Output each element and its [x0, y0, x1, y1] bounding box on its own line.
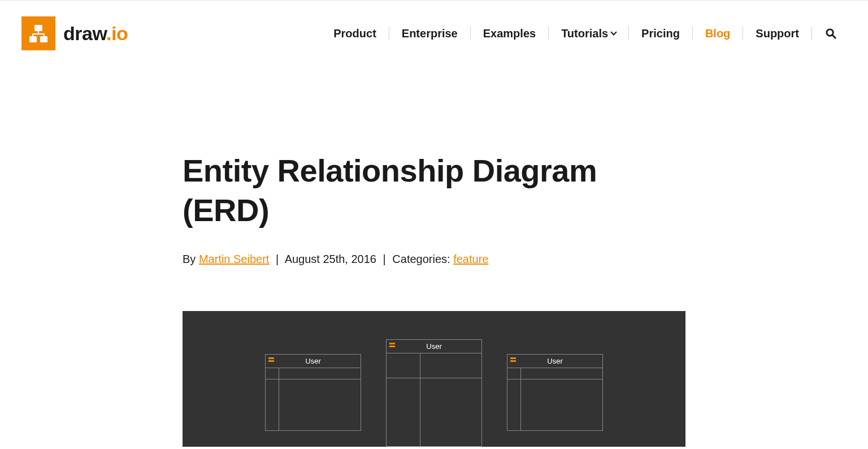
logo-text: draw.io [63, 23, 128, 45]
erd-cell [507, 368, 520, 379]
nav-label: Examples [483, 28, 536, 39]
erd-cell [521, 379, 602, 430]
table-icon [510, 357, 516, 362]
erd-entity-body [507, 368, 602, 430]
svg-rect-1 [29, 36, 37, 42]
erd-col [279, 368, 361, 430]
erd-entity-label: User [305, 357, 320, 365]
erd-col [387, 353, 420, 446]
erd-cell [507, 379, 520, 430]
erd-col [420, 353, 481, 446]
post-content: Entity Relationship Diagram (ERD) By Mar… [183, 66, 685, 447]
logo-icon [21, 16, 55, 50]
nav-pricing[interactable]: Pricing [629, 27, 693, 40]
svg-rect-2 [40, 36, 47, 42]
erd-cell [279, 379, 361, 430]
erd-entity-title: User [387, 340, 481, 353]
logo-text-suffix: .io [106, 23, 128, 44]
meta-separator: | [380, 253, 389, 265]
erd-entity: User [507, 354, 603, 431]
erd-cell [387, 353, 420, 378]
meta-by-prefix: By [183, 253, 199, 265]
table-icon [268, 357, 274, 362]
nav-label: Tutorials [561, 28, 608, 39]
chevron-down-icon [610, 29, 617, 35]
erd-cell [521, 368, 602, 379]
svg-rect-0 [34, 25, 42, 31]
main-nav: Product Enterprise Examples Tutorials Pr… [321, 27, 847, 40]
svg-point-3 [827, 29, 833, 35]
logo-text-name: draw [63, 23, 106, 44]
erd-cell [387, 378, 420, 446]
categories-label: Categories: [392, 253, 453, 265]
erd-entity-label: User [426, 342, 441, 351]
erd-entity: User [265, 354, 361, 431]
erd-cell [266, 379, 279, 430]
nav-label: Blog [705, 28, 730, 39]
nav-blog[interactable]: Blog [693, 27, 743, 40]
nav-label: Pricing [641, 28, 680, 39]
table-icon [389, 343, 395, 347]
erd-cell [420, 353, 481, 378]
post-date: August 25th, 2016 [285, 253, 376, 265]
search-icon [826, 28, 836, 39]
nav-label: Enterprise [402, 28, 458, 39]
hero-image: User User [183, 311, 685, 447]
nav-tutorials[interactable]: Tutorials [549, 27, 629, 40]
erd-cell [279, 368, 361, 379]
post-title: Entity Relationship Diagram (ERD) [183, 151, 685, 230]
nav-label: Product [333, 28, 376, 39]
nav-examples[interactable]: Examples [471, 27, 549, 40]
erd-entity-title: User [507, 355, 602, 368]
erd-entity-title: User [266, 355, 361, 368]
erd-entity-label: User [547, 357, 562, 365]
nav-enterprise[interactable]: Enterprise [389, 27, 471, 40]
nav-product[interactable]: Product [321, 27, 389, 40]
svg-line-4 [832, 35, 836, 38]
erd-entity-body [387, 353, 481, 446]
erd-cell [266, 368, 279, 379]
drawio-glyph-icon [27, 21, 50, 45]
erd-col [521, 368, 602, 430]
search-button[interactable] [812, 27, 847, 40]
site-header: draw.io Product Enterprise Examples Tuto… [0, 0, 868, 66]
erd-entity: User [386, 339, 482, 447]
post-meta: By Martin Seibert | August 25th, 2016 | … [183, 253, 685, 266]
erd-cell [420, 378, 481, 446]
author-link[interactable]: Martin Seibert [199, 253, 270, 265]
logo[interactable]: draw.io [21, 16, 128, 50]
meta-separator: | [272, 253, 282, 265]
erd-col [266, 368, 279, 430]
nav-support[interactable]: Support [743, 27, 812, 40]
category-link[interactable]: feature [453, 253, 488, 265]
nav-label: Support [756, 28, 799, 39]
erd-col [507, 368, 521, 430]
erd-entity-body [266, 368, 361, 430]
